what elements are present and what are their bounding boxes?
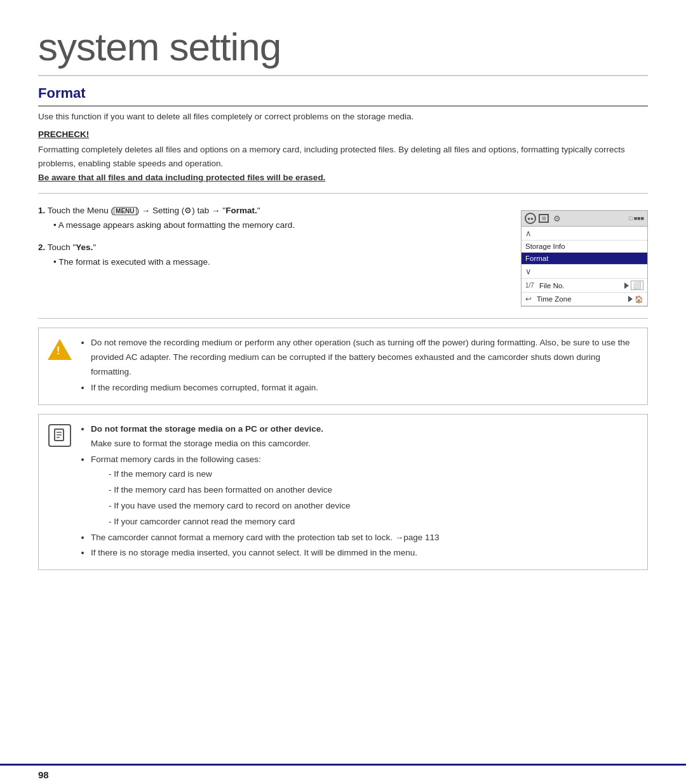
file-no-icon: ⬜ (631, 281, 643, 290)
down-arrow-icon: ∨ (525, 267, 535, 276)
page-number: 98 (38, 769, 49, 780)
camera-icon-gear: ⚙ (551, 213, 563, 224)
camera-icon-square: ▤ (539, 214, 549, 223)
step-2-bullet-1: The format is executed with a message. (53, 255, 502, 270)
file-no-label: File No. (539, 282, 565, 289)
note-subitem-3: If you have used the memory card to reco… (109, 499, 638, 514)
note-content: Do not format the storage media on a PC … (81, 422, 638, 562)
file-no-counter: 1/7 (525, 282, 534, 289)
camera-menu-time-zone: ↩ Time Zone 🏠 (521, 293, 647, 306)
camera-menu-storage-info: Storage Info (521, 241, 647, 253)
note-bullet-3: The camcorder cannot format a memory car… (91, 531, 638, 545)
section-heading: Format (38, 85, 648, 107)
storage-info-label: Storage Info (525, 243, 565, 250)
time-zone-icon: 🏠 (635, 295, 643, 303)
precheck-section: PRECHECK! Formatting completely deletes … (38, 130, 648, 194)
step-2: 2. Touch "Yes." The format is executed w… (38, 241, 502, 270)
note-bullet-1: Do not format the storage media on a PC … (91, 422, 638, 451)
step-1-number: 1. (38, 206, 45, 215)
note-pencil-icon (53, 429, 66, 442)
note-box: Do not format the storage media on a PC … (38, 414, 648, 570)
time-zone-label: Time Zone (537, 295, 572, 303)
main-content-area: 1. Touch the Menu (MENU) → Setting (⚙) t… (38, 204, 648, 319)
file-no-arrows: ⬜ (624, 281, 643, 290)
step-2-bullets: The format is executed with a message. (53, 255, 502, 270)
page-title: system setting (38, 25, 648, 76)
warning-box: Do not remove the recording medium or pe… (38, 328, 648, 405)
precheck-label: PRECHECK! (38, 130, 648, 139)
note-icon (48, 423, 72, 448)
warning-bullet-list: Do not remove the recording medium or pe… (91, 336, 638, 395)
camera-icon-battery: □■■■ (629, 215, 644, 222)
camera-menu-format: Format (521, 253, 647, 265)
precheck-body: Formatting completely deletes all files … (38, 143, 648, 184)
warning-icon (48, 337, 72, 361)
intro-text: Use this function if you want to delete … (38, 110, 648, 123)
note-bullet-2: Format memory cards in the following cas… (91, 453, 638, 529)
camera-ui-screenshot: ●● ▤ ⚙ □■■■ ∧ Storage Info Format ∨ (521, 210, 648, 307)
note-subitem-2: If the memory card has been formatted on… (109, 483, 638, 498)
warning-content: Do not remove the recording medium or pe… (81, 336, 638, 397)
note-bullet-list: Do not format the storage media on a PC … (91, 422, 638, 561)
step-1: 1. Touch the Menu (MENU) → Setting (⚙) t… (38, 204, 502, 233)
right-arrow-icon (624, 282, 629, 289)
note-subitem-1: If the memory card is new (109, 467, 638, 482)
note-subitem-4: If your camcorder cannot read the memory… (109, 515, 638, 529)
warning-bullet-1: Do not remove the recording medium or pe… (91, 336, 638, 380)
note-bullet-4: If there is no storage media inserted, y… (91, 546, 638, 561)
up-arrow-icon: ∧ (525, 229, 535, 238)
back-icon: ↩ (525, 295, 532, 303)
note-bold-text: Do not format the storage media on a PC … (91, 424, 323, 434)
camera-nav-up: ∧ (521, 227, 647, 241)
camera-menu-file-no: 1/7 File No. ⬜ (521, 279, 647, 293)
time-zone-arrows: 🏠 (628, 295, 643, 303)
step-1-bullet-1: A message appears asking about formattin… (53, 218, 502, 233)
page-number-bar: 98 (0, 764, 686, 784)
step-2-number: 2. (38, 243, 45, 252)
step-1-bullets: A message appears asking about formattin… (53, 218, 502, 233)
note-icon-box (48, 424, 71, 447)
right-arrow-icon-2 (628, 296, 633, 302)
note-subitems: If the memory card is new If the memory … (109, 467, 638, 529)
steps-area: 1. Touch the Menu (MENU) → Setting (⚙) t… (38, 204, 502, 277)
camera-icon-circle: ●● (525, 213, 536, 224)
camera-ui-topbar: ●● ▤ ⚙ □■■■ (521, 211, 647, 227)
precheck-bold-warning: Be aware that all files and data includi… (38, 173, 325, 182)
warning-triangle-icon (48, 339, 72, 360)
camera-nav-down: ∨ (521, 265, 647, 279)
precheck-body-text: Formatting completely deletes all files … (38, 145, 625, 168)
format-label: Format (525, 255, 548, 262)
warning-bullet-2: If the recording medium becomes corrupte… (91, 381, 638, 395)
